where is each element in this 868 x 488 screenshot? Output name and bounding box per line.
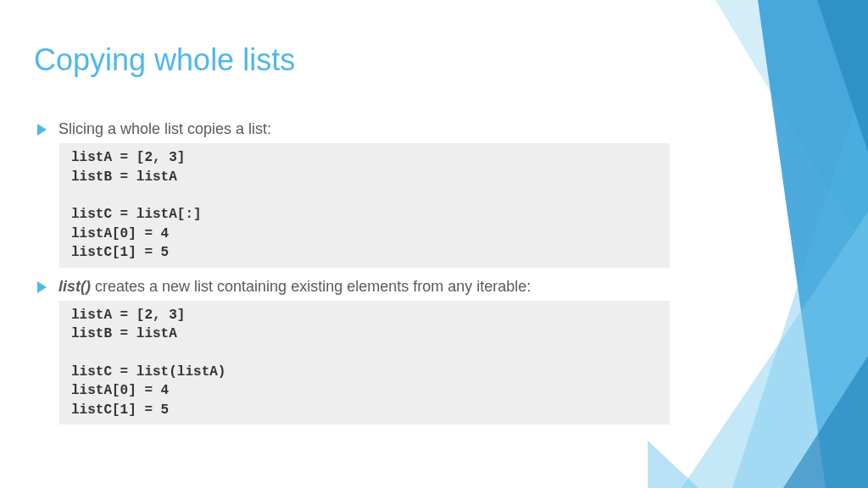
code-block: listA = [2, 3] listB = listA listC = lis… bbox=[59, 143, 670, 267]
bullet-text: Slicing a whole list copies a list: bbox=[58, 119, 271, 140]
decorative-triangles bbox=[648, 0, 868, 488]
triangle-bullet-icon bbox=[37, 124, 47, 136]
bullet-text-span: creates a new list containing existing e… bbox=[91, 278, 531, 295]
svg-marker-5 bbox=[648, 441, 698, 488]
svg-marker-2 bbox=[732, 68, 868, 488]
bullet-item: Slicing a whole list copies a list: bbox=[37, 119, 678, 140]
slide-title: Copying whole lists bbox=[34, 42, 678, 78]
slide: Copying whole lists Slicing a whole list… bbox=[0, 0, 868, 488]
svg-marker-0 bbox=[715, 0, 868, 254]
content-area: Copying whole lists Slicing a whole list… bbox=[34, 42, 678, 424]
svg-marker-6 bbox=[783, 356, 868, 488]
bullet-text-span: Slicing a whole list copies a list: bbox=[58, 120, 271, 137]
bullet-item: list() creates a new list containing exi… bbox=[37, 276, 678, 297]
code-block: listA = [2, 3] listB = listA listC = lis… bbox=[59, 301, 670, 424]
svg-marker-4 bbox=[817, 0, 868, 152]
svg-marker-3 bbox=[682, 212, 868, 488]
triangle-bullet-icon bbox=[37, 281, 47, 293]
bullet-bold-prefix: list() bbox=[58, 278, 91, 295]
svg-marker-1 bbox=[758, 0, 868, 488]
bullet-text: list() creates a new list containing exi… bbox=[58, 276, 531, 297]
